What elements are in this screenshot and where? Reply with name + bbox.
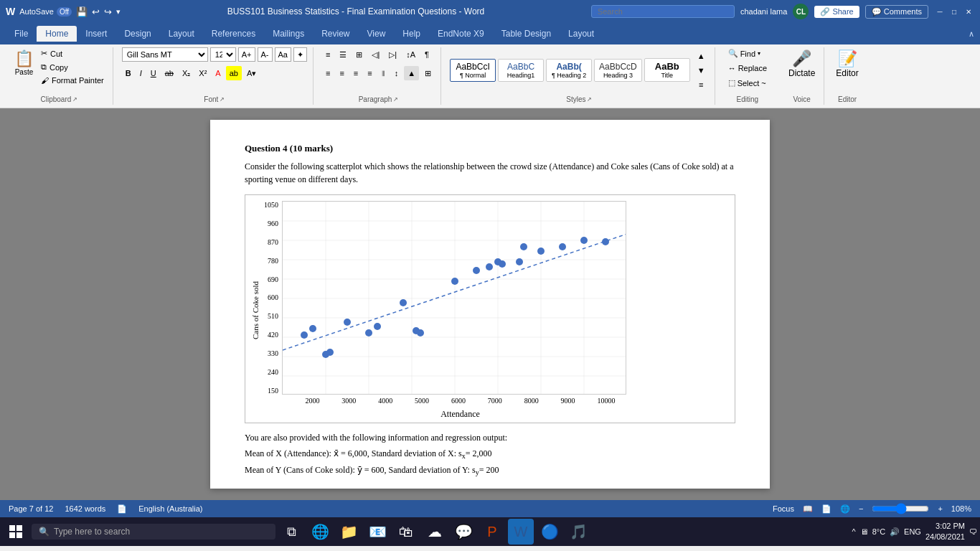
cut-button[interactable]: ✂ Cut	[38, 47, 107, 60]
tab-layout[interactable]: Layout	[160, 26, 203, 42]
customize-icon[interactable]: ▾	[116, 7, 121, 17]
focus-button[interactable]: Focus	[773, 504, 794, 513]
styles-down-button[interactable]: ▼	[694, 63, 709, 77]
style-heading2[interactable]: AaBb( ¶ Heading 2	[546, 59, 592, 82]
tab-help[interactable]: Help	[394, 26, 429, 42]
font-color-button[interactable]: A	[212, 66, 224, 80]
zoom-in-button[interactable]: +	[938, 504, 942, 513]
maximize-button[interactable]: □	[948, 6, 960, 17]
tab-insert[interactable]: Insert	[77, 26, 116, 42]
strikethrough-button[interactable]: ab	[161, 66, 177, 80]
select-button[interactable]: ⬚ Select ~	[724, 77, 771, 89]
autosave-toggle[interactable]: Off	[57, 7, 72, 17]
sort-button[interactable]: ↕A	[402, 47, 419, 62]
taskbar-store-icon[interactable]: 🛍	[393, 519, 419, 545]
font-case-button[interactable]: Aa	[275, 47, 291, 62]
taskbar-mail-icon[interactable]: 📧	[364, 519, 390, 545]
font-face-select[interactable]: Gill Sans MT	[122, 47, 208, 62]
align-center-button[interactable]: ≡	[336, 66, 347, 80]
start-button[interactable]	[3, 519, 29, 545]
text-color-button[interactable]: A▾	[243, 66, 260, 80]
taskbar-edge-icon[interactable]: 🌐	[307, 519, 333, 545]
taskbar-onedrive-icon[interactable]: ☁	[422, 519, 448, 545]
taskbar-word-icon[interactable]: W	[508, 519, 534, 545]
font-expand-icon[interactable]: ↗	[220, 96, 225, 103]
numbering-button[interactable]: ☰	[336, 47, 350, 62]
search-input[interactable]	[591, 5, 735, 18]
taskbar-chrome-icon[interactable]: 🔵	[537, 519, 562, 545]
columns-button[interactable]: ⫴	[378, 66, 389, 80]
redo-icon[interactable]: ↪	[104, 6, 112, 17]
tab-home[interactable]: Home	[37, 26, 77, 42]
increase-indent-button[interactable]: ▷|	[385, 47, 400, 62]
tab-layout2[interactable]: Layout	[560, 26, 603, 42]
paragraph-expand-icon[interactable]: ↗	[393, 96, 398, 103]
line-spacing-button[interactable]: ↕	[391, 66, 402, 80]
taskbar-spotify-icon[interactable]: 🎵	[565, 519, 591, 545]
style-heading1[interactable]: AaBbC Heading1	[498, 59, 544, 82]
italic-button[interactable]: I	[136, 66, 146, 80]
zoom-level[interactable]: 108%	[951, 504, 971, 513]
save-icon[interactable]: 💾	[76, 6, 88, 17]
print-layout-icon[interactable]: 📄	[821, 504, 831, 514]
read-mode-icon[interactable]: 📖	[803, 504, 813, 514]
web-layout-icon[interactable]: 🌐	[840, 504, 850, 514]
taskbar-powerpoint-icon[interactable]: P	[479, 519, 505, 545]
format-painter-button[interactable]: 🖌 Format Painter	[38, 75, 107, 86]
tab-references[interactable]: References	[203, 26, 264, 42]
close-button[interactable]: ✕	[963, 6, 974, 17]
taskbar-clock[interactable]: 3:02 PM 24/08/2021	[925, 521, 965, 543]
comments-button[interactable]: 💬 Comments	[865, 5, 928, 19]
tab-mailings[interactable]: Mailings	[264, 26, 313, 42]
font-size-decrease[interactable]: A-	[258, 47, 273, 62]
bullets-button[interactable]: ≡	[322, 47, 334, 62]
show-formatting-button[interactable]: ¶	[421, 47, 433, 62]
style-normal[interactable]: AaBbCcI ¶ Normal	[450, 59, 496, 82]
tab-table-design[interactable]: Table Design	[493, 26, 560, 42]
autosave-control[interactable]: AutoSave Off	[19, 7, 72, 17]
style-heading3[interactable]: AaBbCcD Heading 3	[594, 59, 642, 82]
tab-file[interactable]: File	[6, 26, 37, 42]
tab-design[interactable]: Design	[116, 26, 159, 42]
decrease-indent-button[interactable]: ◁|	[368, 47, 383, 62]
align-left-button[interactable]: ≡	[322, 66, 334, 80]
editor-button[interactable]: 📝 Editor	[833, 47, 861, 80]
superscript-button[interactable]: X²	[195, 66, 210, 80]
bold-button[interactable]: B	[122, 66, 135, 80]
font-size-select[interactable]: 12	[210, 47, 236, 62]
subscript-button[interactable]: X₂	[179, 66, 194, 80]
ribbon-collapse[interactable]: ∧	[969, 29, 974, 39]
taskbar-explorer-icon[interactable]: 📁	[336, 519, 362, 545]
share-button[interactable]: 🔗 Share	[814, 6, 859, 18]
taskbar-notification-icon[interactable]: 🗨	[969, 527, 977, 536]
taskbar-volume-icon[interactable]: 🔊	[890, 527, 900, 537]
shading-button[interactable]: ▲	[404, 66, 419, 80]
font-size-increase[interactable]: A+	[238, 47, 255, 62]
taskbar-chevron-icon[interactable]: ^	[852, 527, 855, 536]
undo-icon[interactable]: ↩	[92, 6, 100, 17]
zoom-slider[interactable]	[872, 503, 929, 514]
styles-up-button[interactable]: ▲	[694, 49, 709, 63]
copy-button[interactable]: ⧉ Copy	[38, 61, 107, 73]
style-title[interactable]: AaBb Title	[644, 58, 690, 82]
borders-button[interactable]: ⊞	[421, 66, 435, 80]
find-button[interactable]: 🔍 Find ▾	[724, 47, 765, 60]
minimize-button[interactable]: ─	[934, 6, 946, 17]
multilevel-button[interactable]: ⊞	[352, 47, 366, 62]
task-view-button[interactable]: ⧉	[278, 519, 304, 545]
replace-button[interactable]: ↔ Replace	[724, 62, 771, 74]
zoom-out-button[interactable]: −	[859, 504, 863, 513]
tab-view[interactable]: View	[359, 26, 395, 42]
styles-expand-button[interactable]: ≡	[694, 77, 709, 92]
justify-button[interactable]: ≡	[364, 66, 375, 80]
tab-review[interactable]: Review	[313, 26, 358, 42]
paste-button[interactable]: 📋 Paste	[11, 47, 37, 78]
taskbar-teams-icon[interactable]: 💬	[451, 519, 476, 545]
taskbar-search-box[interactable]: 🔍 Type here to search	[32, 524, 275, 540]
underline-button[interactable]: U	[147, 66, 160, 80]
styles-expand-icon[interactable]: ↗	[587, 96, 592, 103]
tab-endnote[interactable]: EndNote X9	[429, 26, 493, 42]
clipboard-expand-icon[interactable]: ↗	[72, 96, 77, 103]
clear-format-button[interactable]: ✦	[293, 47, 307, 62]
align-right-button[interactable]: ≡	[350, 66, 362, 80]
